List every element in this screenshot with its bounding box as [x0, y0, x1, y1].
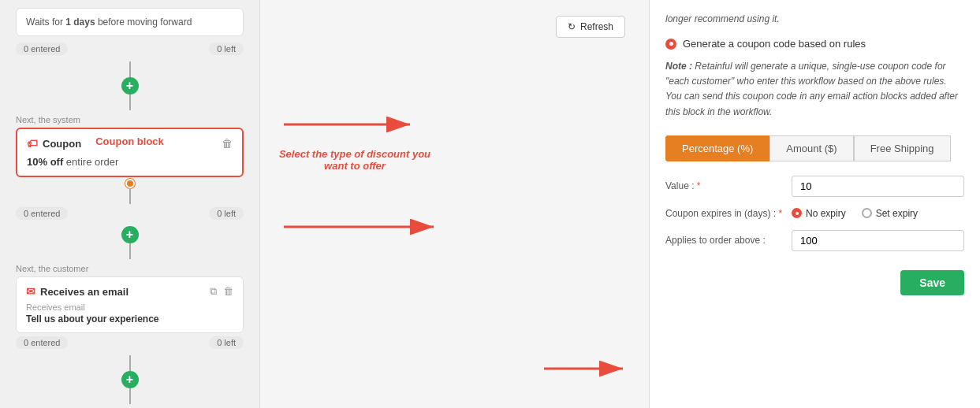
note-text: Note : Retainful will generate a unique,…	[665, 59, 964, 120]
coupon-block[interactable]: 🏷 Coupon Coupon block 🗑 10% off entire o…	[16, 128, 244, 177]
tab-percentage[interactable]: Percentage (%)	[665, 135, 769, 161]
coupon-block-header: 🏷 Coupon Coupon block 🗑	[27, 137, 233, 150]
no-expiry-option[interactable]: No expiry	[792, 208, 846, 219]
coupon-discount-suffix: entire order	[63, 156, 118, 168]
entered-badge-3: 0 entered	[16, 336, 68, 349]
value-input[interactable]	[792, 176, 964, 197]
right-panel: longer recommend using it. Generate a co…	[649, 0, 980, 408]
email-subtitle: Receives email	[26, 302, 233, 312]
save-button[interactable]: Save	[900, 270, 964, 295]
generate-coupon-label: Generate a coupon code based on rules	[683, 38, 866, 50]
wait-days: 1 days	[65, 17, 95, 28]
applies-row: Applies to order above :	[665, 230, 964, 251]
email-actions: ⧉ 🗑	[210, 285, 233, 298]
email-delete-icon[interactable]: 🗑	[223, 285, 233, 298]
line-3	[129, 188, 131, 204]
refresh-icon: ↻	[568, 21, 576, 32]
expiry-label: Coupon expires in (days) : *	[665, 208, 784, 219]
generate-coupon-radio[interactable]	[665, 39, 676, 50]
middle-panel: ↻ Refresh Select the type of discount yo…	[260, 0, 649, 408]
value-row: Value : *	[665, 176, 964, 197]
radio-inner	[669, 42, 673, 46]
connector-1: +	[16, 61, 244, 110]
no-expiry-inner	[796, 212, 799, 215]
set-expiry-radio[interactable]	[862, 208, 872, 218]
left-badge-1: 0 left	[209, 43, 244, 55]
line-2	[129, 95, 131, 110]
connector-4: +	[16, 355, 244, 404]
email-title: Receives an email	[40, 286, 129, 298]
arrow-svg-3	[536, 353, 631, 384]
save-row: Save	[665, 262, 964, 295]
value-required: *	[697, 180, 701, 191]
expiry-required: *	[778, 208, 782, 219]
line-1	[129, 61, 131, 77]
set-expiry-option[interactable]: Set expiry	[862, 208, 918, 219]
add-block-btn-3[interactable]: +	[121, 371, 139, 388]
note-body: Retainful will generate a unique, single…	[665, 61, 958, 117]
entered-badge-2: 0 entered	[16, 207, 68, 220]
discount-tabs: Percentage (%) Amount ($) Free Shipping	[665, 135, 964, 161]
coupon-discount: 10% off entire order	[27, 156, 233, 168]
email-icon: ✉	[26, 285, 35, 298]
stats-row-2: 0 entered 0 left	[16, 207, 244, 220]
stats-row-1: 0 entered 0 left	[16, 43, 244, 55]
top-note: longer recommend using it.	[665, 12, 964, 26]
left-panel: Waits for 1 days before moving forward 0…	[0, 0, 260, 408]
coupon-delete-icon[interactable]: 🗑	[222, 137, 233, 150]
add-block-btn-1[interactable]: +	[121, 77, 139, 95]
coupon-title: Coupon	[43, 138, 81, 150]
email-block[interactable]: ✉ Receives an email ⧉ 🗑 Receives email T…	[16, 276, 244, 333]
wait-block: Waits for 1 days before moving forward	[16, 8, 244, 36]
left-badge-2: 0 left	[209, 207, 244, 220]
add-block-btn-2[interactable]: +	[121, 226, 139, 243]
value-label: Value : *	[665, 180, 784, 191]
applies-label: Applies to order above :	[665, 235, 784, 246]
tab-free-shipping[interactable]: Free Shipping	[854, 135, 951, 161]
expiry-row: Coupon expires in (days) : * No expiry S…	[665, 208, 964, 219]
orange-dot	[125, 179, 135, 188]
generate-coupon-option[interactable]: Generate a coupon code based on rules	[665, 38, 964, 50]
line-6	[129, 388, 131, 404]
connector-3: +	[16, 226, 244, 259]
email-title-group: ✉ Receives an email	[26, 285, 129, 298]
refresh-label: Refresh	[580, 21, 613, 32]
next-customer-label: Next, the customer	[16, 264, 244, 273]
connector-2	[16, 179, 244, 204]
line-4	[129, 243, 131, 259]
expiry-radio-group: No expiry Set expiry	[792, 208, 918, 219]
email-block-header: ✉ Receives an email ⧉ 🗑	[26, 285, 233, 298]
coupon-title-group: 🏷 Coupon	[27, 137, 81, 150]
entered-badge-1: 0 entered	[16, 43, 68, 55]
applies-input[interactable]	[792, 230, 964, 251]
refresh-button[interactable]: ↻ Refresh	[556, 16, 625, 38]
arrow-svg-2	[276, 203, 449, 250]
middle-annotations: Select the type of discount you want to …	[268, 93, 641, 250]
email-copy-icon[interactable]: ⧉	[210, 285, 217, 298]
stats-row-3: 0 entered 0 left	[16, 336, 244, 349]
save-arrow-container	[536, 353, 631, 384]
wait-text-prefix: Waits for	[26, 17, 65, 28]
tab-amount[interactable]: Amount ($)	[769, 135, 853, 161]
set-expiry-label: Set expiry	[876, 208, 918, 219]
coupon-icon: 🏷	[27, 137, 38, 150]
wait-text-suffix: before moving forward	[95, 17, 192, 28]
line-5	[129, 355, 131, 371]
select-annotation: Select the type of discount you want to …	[276, 148, 434, 172]
next-system-label: Next, the system	[16, 115, 244, 124]
no-expiry-radio[interactable]	[792, 208, 802, 218]
coupon-block-label: Coupon block	[95, 135, 164, 147]
note-label: Note :	[665, 61, 692, 72]
left-badge-3: 0 left	[209, 336, 244, 349]
email-name: Tell us about your experience	[26, 313, 233, 325]
coupon-discount-value: 10% off	[27, 156, 63, 168]
arrow-svg-1	[276, 101, 434, 148]
no-expiry-label: No expiry	[806, 208, 846, 219]
